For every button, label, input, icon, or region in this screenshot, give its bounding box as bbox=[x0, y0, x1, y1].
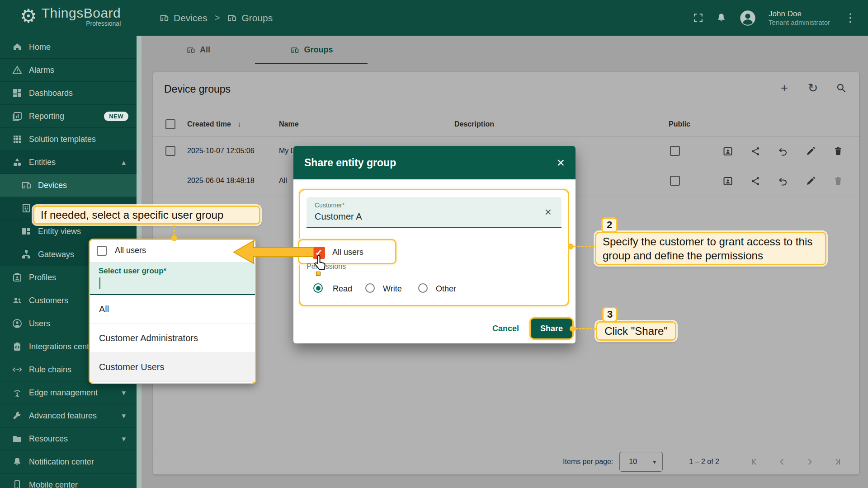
sidebar-item-resources[interactable]: Resources ▾ bbox=[0, 427, 137, 450]
sidebar-item-reporting[interactable]: Reporting NEW bbox=[0, 105, 137, 128]
thingsboard-logo-icon: ⚙ bbox=[20, 7, 37, 26]
clear-icon[interactable]: × bbox=[545, 205, 552, 219]
select-user-group-label: Select user group* bbox=[99, 267, 166, 276]
chevron-down-icon: ▾ bbox=[122, 434, 126, 444]
app-subtitle: Professional bbox=[42, 20, 121, 27]
radio-other[interactable] bbox=[418, 283, 428, 293]
user-name: John Doe bbox=[769, 9, 830, 19]
home-icon bbox=[12, 42, 23, 52]
user-group-dropdown: All users Select user group* All Custome… bbox=[89, 239, 256, 384]
all-users-checkbox-unchecked[interactable] bbox=[97, 246, 107, 256]
breadcrumb: Devices > Groups bbox=[159, 0, 273, 36]
devices-icon bbox=[21, 180, 32, 191]
step3-connector-line bbox=[575, 328, 596, 329]
customer-field-label: Customer* bbox=[315, 202, 344, 209]
cancel-button[interactable]: Cancel bbox=[492, 324, 519, 333]
devices-icon bbox=[227, 13, 237, 23]
sidebar-item-advanced-features[interactable]: Advanced features ▾ bbox=[0, 404, 137, 427]
customer-field[interactable]: Customer* Customer A × bbox=[307, 197, 561, 228]
new-badge: NEW bbox=[104, 112, 128, 121]
step3-connector-dot bbox=[570, 326, 576, 332]
step1-connector-dot bbox=[171, 235, 177, 241]
rule-chain-icon bbox=[12, 364, 23, 375]
sidebar-item-alarms[interactable]: Alarms bbox=[0, 59, 137, 82]
sidebar-item-dashboards[interactable]: Dashboards bbox=[0, 82, 137, 105]
dialog-title: Share entity group bbox=[304, 157, 396, 169]
customer-field-value: Customer A bbox=[315, 211, 362, 222]
badge-icon bbox=[12, 272, 23, 283]
phone-icon bbox=[12, 479, 23, 488]
sidebar-item-solution-templates[interactable]: Solution templates bbox=[0, 128, 137, 151]
step3-number-badge: 3 bbox=[602, 307, 618, 322]
step1-callout: If needed, select a specific user group bbox=[33, 206, 260, 225]
step2-connector-dot bbox=[568, 244, 574, 249]
people-icon bbox=[12, 295, 23, 306]
radio-write[interactable] bbox=[365, 283, 375, 293]
option-customer-users[interactable]: Customer Users bbox=[90, 353, 255, 382]
notifications-bell-icon[interactable] bbox=[716, 12, 727, 23]
hub-tree-icon bbox=[21, 249, 32, 260]
chevron-up-icon: ▴ bbox=[122, 158, 126, 167]
share-entity-group-dialog: Share entity group × Customer* Customer … bbox=[293, 146, 576, 343]
step2-connector-line bbox=[573, 246, 595, 247]
all-users-label: All users bbox=[332, 248, 363, 257]
breadcrumb-separator: > bbox=[215, 13, 220, 23]
person-circle-icon bbox=[12, 318, 23, 329]
all-users-label: All users bbox=[115, 246, 146, 255]
hand-cursor-icon bbox=[313, 254, 328, 272]
sidebar-item-notification-center[interactable]: Notification center bbox=[0, 450, 137, 474]
step2-number-badge: 2 bbox=[601, 217, 618, 233]
sidebar-item-edge-management[interactable]: Edge management ▾ bbox=[0, 381, 137, 404]
app-header: ⚙ ThingsBoard Professional Devices > Gro… bbox=[0, 0, 868, 36]
sidebar-item-devices[interactable]: Devices bbox=[0, 174, 137, 197]
step2-callout: Specify the customer to grant access to … bbox=[595, 232, 826, 265]
dashboards-icon bbox=[12, 88, 23, 99]
share-button[interactable]: Share bbox=[531, 319, 572, 338]
step3-callout: Click "Share" bbox=[596, 321, 676, 341]
radio-other-label: Other bbox=[436, 284, 456, 294]
sidebar-item-home[interactable]: Home bbox=[0, 36, 137, 59]
cursor-click-indicator bbox=[316, 272, 321, 276]
breadcrumb-groups[interactable]: Groups bbox=[227, 13, 273, 23]
building-icon bbox=[21, 203, 32, 214]
sidebar-item-mobile-center[interactable]: Mobile center bbox=[0, 474, 137, 488]
folder-icon bbox=[12, 433, 23, 444]
radio-read-label: Read bbox=[333, 284, 352, 294]
grid-icon bbox=[12, 134, 23, 145]
antenna-icon bbox=[12, 387, 23, 398]
reporting-icon bbox=[12, 111, 23, 122]
option-customer-administrators[interactable]: Customer Administrators bbox=[90, 324, 255, 353]
select-user-group-field[interactable]: Select user group* bbox=[90, 262, 255, 295]
kebab-menu-icon[interactable]: ⋮ bbox=[842, 11, 859, 25]
category-icon bbox=[12, 157, 23, 168]
dropdown-all-users-row[interactable]: All users bbox=[90, 240, 255, 262]
devices-icon bbox=[159, 13, 169, 23]
notification-icon bbox=[12, 456, 23, 467]
sidebar-item-entities[interactable]: Entities ▴ bbox=[0, 151, 137, 174]
app-title: ThingsBoard bbox=[42, 5, 121, 21]
close-icon[interactable]: × bbox=[557, 156, 565, 169]
integration-icon bbox=[12, 341, 23, 352]
logo[interactable]: ⚙ ThingsBoard Professional bbox=[20, 5, 121, 27]
radio-write-label: Write bbox=[383, 284, 402, 294]
view-module-icon bbox=[21, 226, 32, 237]
annotation-arrow-left bbox=[233, 239, 314, 265]
fullscreen-icon[interactable] bbox=[693, 12, 704, 23]
option-all[interactable]: All bbox=[90, 295, 255, 324]
user-info[interactable]: John Doe Tenant administrator bbox=[769, 9, 830, 27]
breadcrumb-devices[interactable]: Devices bbox=[159, 13, 208, 23]
radio-read[interactable] bbox=[313, 283, 323, 293]
chevron-down-icon: ▾ bbox=[122, 388, 126, 398]
alarm-warning-icon bbox=[12, 65, 23, 75]
avatar[interactable] bbox=[739, 9, 757, 27]
wrench-icon bbox=[12, 410, 23, 421]
user-role: Tenant administrator bbox=[769, 19, 830, 27]
chevron-down-icon: ▾ bbox=[122, 411, 126, 421]
text-caret bbox=[99, 277, 100, 289]
